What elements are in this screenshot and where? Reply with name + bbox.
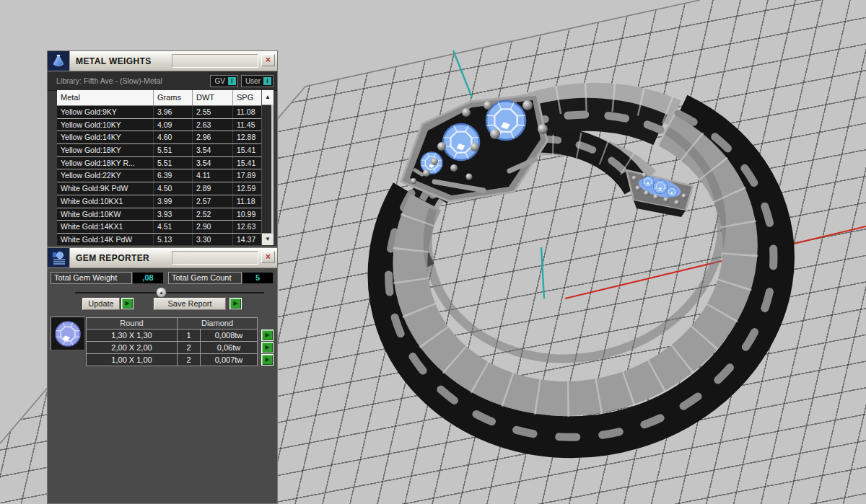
metal-cell-grams: 5.51 (154, 157, 193, 169)
gem-cell-size: 1,30 X 1,30 (86, 329, 178, 342)
metal-cell-metal: White Gold:14K PdW (57, 234, 154, 245)
metal-weights-icon (48, 51, 70, 71)
save-report-button[interactable]: Save Report (154, 298, 226, 310)
metal-cell-grams: 3.99 (154, 195, 193, 208)
column-header-grams[interactable]: Grams (154, 90, 193, 105)
gem-cell-weight: 0,007tw (200, 353, 258, 366)
metal-cell-grams: 4.09 (154, 119, 193, 131)
metal-table-row[interactable]: Yellow Gold:22KY6.394.1117.89 (57, 169, 274, 182)
metal-cell-dwt: 4.11 (193, 169, 233, 182)
metal-cell-grams: 5.51 (154, 144, 193, 156)
metal-table: Metal Grams DWT SPG Yellow Gold:9KY3.962… (57, 90, 274, 245)
gem-shape-header: Round (86, 317, 178, 330)
metal-cell-grams: 3.96 (154, 106, 193, 118)
metal-table-row[interactable]: Yellow Gold:18KY5.513.5415.41 (57, 144, 274, 157)
metal-cell-grams: 4.50 (154, 182, 193, 195)
close-button[interactable]: × (261, 251, 275, 263)
gem-cell-count: 2 (177, 341, 201, 354)
metal-cell-dwt: 3.30 (193, 234, 233, 245)
titlebar-handle[interactable] (172, 54, 258, 68)
metal-cell-dwt: 2.63 (193, 119, 233, 131)
metal-cell-dwt: 2.52 (193, 208, 233, 221)
metal-cell-dwt: 2.57 (193, 195, 233, 208)
gem-type-header: Diamond (177, 317, 258, 330)
metal-table-rows: Yellow Gold:9KY3.962.5511.08Yellow Gold:… (57, 106, 274, 245)
metal-cell-grams: 3.93 (154, 208, 193, 221)
gem-table-header: Round Diamond (86, 317, 259, 330)
slider-handle[interactable]: ▲ (156, 287, 167, 298)
gem-cell-count: 1 (177, 329, 201, 342)
library-label: Library: Fifth Ave - (Slow)-Metal (56, 76, 207, 85)
scroll-up-icon[interactable]: ▲ (262, 90, 274, 105)
gem-row-go-button[interactable]: ▶ (261, 330, 274, 341)
metal-cell-metal: Yellow Gold:18KY R... (57, 157, 154, 169)
total-gem-count-label: Total Gem Count (168, 272, 242, 284)
gem-table-row[interactable]: 1,30 X 1,3010,008tw▶ (86, 329, 259, 342)
scroll-down-icon[interactable]: ▼ (262, 233, 274, 245)
report-slider: ▲ (75, 292, 264, 293)
snake-head (401, 94, 548, 201)
metal-cell-dwt: 2.90 (193, 221, 233, 233)
metal-cell-metal: Yellow Gold:10KY (57, 119, 154, 131)
metal-cell-dwt: 3.54 (193, 144, 233, 156)
metal-cell-metal: White Gold:10KX1 (57, 195, 154, 208)
metal-cell-dwt: 3.54 (193, 157, 233, 169)
titlebar-handle[interactable] (172, 251, 258, 265)
gem-table-row[interactable]: 2,00 X 2,0020,06tw▶ (86, 341, 259, 354)
user-toggle-button[interactable]: User I (241, 75, 274, 87)
gem-cell-weight: 0,06tw (200, 341, 258, 354)
metal-table-row[interactable]: Yellow Gold:9KY3.962.5511.08 (57, 106, 274, 119)
metal-table-row[interactable]: White Gold:10KX13.992.5711.18 (57, 195, 274, 208)
metal-cell-grams: 4.51 (154, 221, 193, 233)
total-gem-weight-value: ,08 (132, 272, 164, 284)
metal-cell-grams: 4.60 (154, 131, 193, 143)
gem-thumbnail (51, 317, 85, 350)
gem-table: Round Diamond 1,30 X 1,3010,008tw▶2,00 X… (86, 317, 259, 366)
metal-cell-dwt: 2.89 (193, 182, 233, 195)
gem-table-rows: 1,30 X 1,3010,008tw▶2,00 X 2,0020,06tw▶1… (86, 329, 259, 366)
metal-weights-panel: METAL WEIGHTS × Library: Fifth Ave - (Sl… (47, 50, 278, 247)
gem-reporter-icon (48, 248, 70, 268)
gem-reporter-titlebar[interactable]: GEM REPORTER × (48, 248, 277, 268)
metal-cell-dwt: 2.96 (193, 131, 233, 143)
metal-cell-metal: White Gold:14KX1 (57, 221, 154, 233)
total-gem-count-value: 5 (242, 272, 274, 284)
gem-reporter-panel: GEM REPORTER × Total Gem Weight ,08 Tota… (47, 247, 278, 504)
metal-table-row[interactable]: White Gold:9K PdW4.502.8912.59 (57, 182, 274, 195)
gem-cell-weight: 0,008tw (200, 329, 258, 342)
tail-gem-cluster (626, 170, 693, 217)
snake-ring-model (389, 94, 774, 437)
gem-cell-count: 2 (177, 353, 201, 366)
metal-table-header: Metal Grams DWT SPG (57, 90, 274, 106)
gem-row-go-button[interactable]: ▶ (261, 342, 274, 353)
update-go-button[interactable]: ▶ (121, 298, 134, 309)
metal-table-row[interactable]: White Gold:10KW3.932.5210.99 (57, 208, 274, 221)
gem-cell-size: 1,00 X 1,00 (86, 353, 178, 366)
gem-table-row[interactable]: 1,00 X 1,0020,007tw▶ (86, 353, 259, 366)
metal-table-row[interactable]: Yellow Gold:10KY4.092.6311.45 (57, 119, 274, 132)
metal-cell-metal: White Gold:9K PdW (57, 182, 154, 195)
y-axis-line-near (541, 247, 544, 299)
table-scrollbar[interactable]: ▲ ▼ (261, 90, 274, 245)
head-gem-medium (443, 124, 479, 160)
column-header-dwt[interactable]: DWT (193, 90, 233, 105)
panel-title: GEM REPORTER (76, 253, 149, 263)
metal-cell-dwt: 2.55 (193, 106, 233, 118)
update-button[interactable]: Update (82, 298, 120, 310)
metal-table-row[interactable]: White Gold:14KX14.512.9012.63 (57, 221, 274, 234)
gem-totals: Total Gem Weight ,08 Total Gem Count 5 (51, 272, 274, 284)
column-header-metal[interactable]: Metal (57, 90, 154, 105)
metal-cell-metal: Yellow Gold:14KY (57, 131, 154, 143)
metal-table-row[interactable]: White Gold:14K PdW5.133.3014.37 (57, 234, 274, 245)
metal-cell-metal: Yellow Gold:22KY (57, 169, 154, 182)
library-bar: Library: Fifth Ave - (Slow)-Metal GV I U… (48, 71, 277, 91)
gv-toggle-button[interactable]: GV I (210, 75, 237, 87)
save-report-go-button[interactable]: ▶ (229, 298, 242, 309)
gem-row-go-button[interactable]: ▶ (261, 354, 274, 366)
metal-weights-titlebar[interactable]: METAL WEIGHTS × (48, 51, 277, 71)
metal-table-row[interactable]: Yellow Gold:18KY R...5.513.5415.41 (57, 157, 274, 170)
total-gem-weight-label: Total Gem Weight (51, 272, 132, 284)
metal-cell-metal: White Gold:10KW (57, 208, 154, 221)
metal-table-row[interactable]: Yellow Gold:14KY4.602.9612.88 (57, 131, 274, 144)
close-button[interactable]: × (261, 54, 275, 66)
